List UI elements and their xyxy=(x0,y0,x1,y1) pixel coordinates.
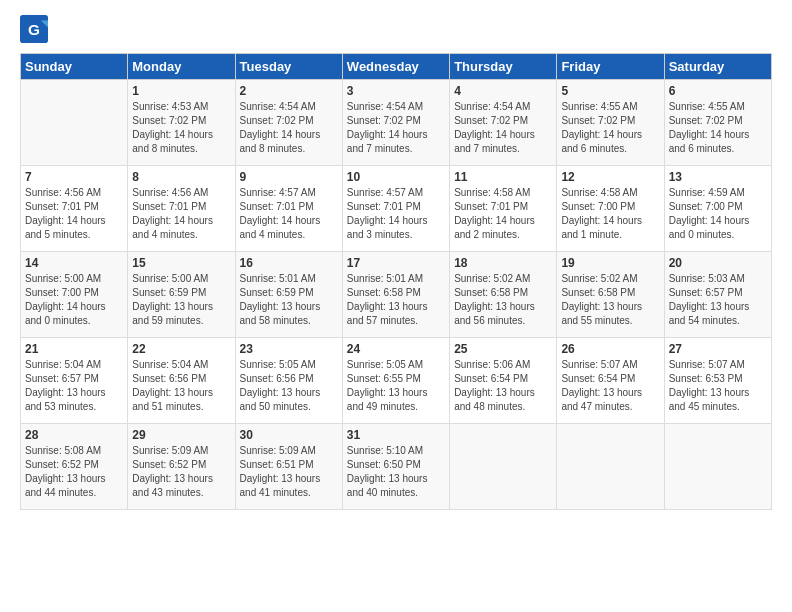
day-number: 6 xyxy=(669,84,767,98)
day-number: 26 xyxy=(561,342,659,356)
header: G xyxy=(20,15,772,43)
day-number: 18 xyxy=(454,256,552,270)
day-number: 15 xyxy=(132,256,230,270)
day-number: 2 xyxy=(240,84,338,98)
day-info: Sunrise: 5:01 AM Sunset: 6:59 PM Dayligh… xyxy=(240,272,338,328)
day-info: Sunrise: 5:05 AM Sunset: 6:56 PM Dayligh… xyxy=(240,358,338,414)
day-number: 9 xyxy=(240,170,338,184)
day-info: Sunrise: 5:05 AM Sunset: 6:55 PM Dayligh… xyxy=(347,358,445,414)
day-number: 17 xyxy=(347,256,445,270)
day-cell: 26Sunrise: 5:07 AM Sunset: 6:54 PM Dayli… xyxy=(557,338,664,424)
day-info: Sunrise: 4:57 AM Sunset: 7:01 PM Dayligh… xyxy=(240,186,338,242)
day-info: Sunrise: 4:58 AM Sunset: 7:01 PM Dayligh… xyxy=(454,186,552,242)
day-number: 28 xyxy=(25,428,123,442)
day-cell xyxy=(664,424,771,510)
day-cell: 8Sunrise: 4:56 AM Sunset: 7:01 PM Daylig… xyxy=(128,166,235,252)
day-cell xyxy=(450,424,557,510)
day-number: 19 xyxy=(561,256,659,270)
day-info: Sunrise: 5:06 AM Sunset: 6:54 PM Dayligh… xyxy=(454,358,552,414)
day-cell: 24Sunrise: 5:05 AM Sunset: 6:55 PM Dayli… xyxy=(342,338,449,424)
day-info: Sunrise: 5:04 AM Sunset: 6:56 PM Dayligh… xyxy=(132,358,230,414)
day-number: 30 xyxy=(240,428,338,442)
day-info: Sunrise: 4:55 AM Sunset: 7:02 PM Dayligh… xyxy=(669,100,767,156)
day-number: 27 xyxy=(669,342,767,356)
weekday-header-sunday: Sunday xyxy=(21,54,128,80)
day-cell: 16Sunrise: 5:01 AM Sunset: 6:59 PM Dayli… xyxy=(235,252,342,338)
day-info: Sunrise: 5:08 AM Sunset: 6:52 PM Dayligh… xyxy=(25,444,123,500)
week-row-2: 7Sunrise: 4:56 AM Sunset: 7:01 PM Daylig… xyxy=(21,166,772,252)
day-cell: 28Sunrise: 5:08 AM Sunset: 6:52 PM Dayli… xyxy=(21,424,128,510)
svg-text:G: G xyxy=(28,21,40,38)
weekday-header-thursday: Thursday xyxy=(450,54,557,80)
day-cell: 30Sunrise: 5:09 AM Sunset: 6:51 PM Dayli… xyxy=(235,424,342,510)
weekday-header-saturday: Saturday xyxy=(664,54,771,80)
day-info: Sunrise: 5:04 AM Sunset: 6:57 PM Dayligh… xyxy=(25,358,123,414)
day-info: Sunrise: 4:54 AM Sunset: 7:02 PM Dayligh… xyxy=(454,100,552,156)
weekday-header-friday: Friday xyxy=(557,54,664,80)
day-info: Sunrise: 5:01 AM Sunset: 6:58 PM Dayligh… xyxy=(347,272,445,328)
day-number: 10 xyxy=(347,170,445,184)
day-cell: 29Sunrise: 5:09 AM Sunset: 6:52 PM Dayli… xyxy=(128,424,235,510)
week-row-4: 21Sunrise: 5:04 AM Sunset: 6:57 PM Dayli… xyxy=(21,338,772,424)
day-cell: 4Sunrise: 4:54 AM Sunset: 7:02 PM Daylig… xyxy=(450,80,557,166)
day-info: Sunrise: 5:02 AM Sunset: 6:58 PM Dayligh… xyxy=(561,272,659,328)
day-info: Sunrise: 5:07 AM Sunset: 6:53 PM Dayligh… xyxy=(669,358,767,414)
day-cell: 25Sunrise: 5:06 AM Sunset: 6:54 PM Dayli… xyxy=(450,338,557,424)
day-info: Sunrise: 4:57 AM Sunset: 7:01 PM Dayligh… xyxy=(347,186,445,242)
day-info: Sunrise: 4:55 AM Sunset: 7:02 PM Dayligh… xyxy=(561,100,659,156)
day-number: 24 xyxy=(347,342,445,356)
day-info: Sunrise: 4:53 AM Sunset: 7:02 PM Dayligh… xyxy=(132,100,230,156)
day-cell: 18Sunrise: 5:02 AM Sunset: 6:58 PM Dayli… xyxy=(450,252,557,338)
day-number: 25 xyxy=(454,342,552,356)
weekday-header-row: SundayMondayTuesdayWednesdayThursdayFrid… xyxy=(21,54,772,80)
day-number: 21 xyxy=(25,342,123,356)
day-info: Sunrise: 5:10 AM Sunset: 6:50 PM Dayligh… xyxy=(347,444,445,500)
day-info: Sunrise: 5:00 AM Sunset: 6:59 PM Dayligh… xyxy=(132,272,230,328)
day-number: 16 xyxy=(240,256,338,270)
day-info: Sunrise: 5:00 AM Sunset: 7:00 PM Dayligh… xyxy=(25,272,123,328)
logo: G xyxy=(20,15,52,43)
day-cell: 1Sunrise: 4:53 AM Sunset: 7:02 PM Daylig… xyxy=(128,80,235,166)
day-info: Sunrise: 4:56 AM Sunset: 7:01 PM Dayligh… xyxy=(25,186,123,242)
day-number: 31 xyxy=(347,428,445,442)
day-cell: 21Sunrise: 5:04 AM Sunset: 6:57 PM Dayli… xyxy=(21,338,128,424)
day-cell: 31Sunrise: 5:10 AM Sunset: 6:50 PM Dayli… xyxy=(342,424,449,510)
day-cell: 23Sunrise: 5:05 AM Sunset: 6:56 PM Dayli… xyxy=(235,338,342,424)
day-number: 12 xyxy=(561,170,659,184)
day-info: Sunrise: 5:07 AM Sunset: 6:54 PM Dayligh… xyxy=(561,358,659,414)
day-info: Sunrise: 5:03 AM Sunset: 6:57 PM Dayligh… xyxy=(669,272,767,328)
day-number: 4 xyxy=(454,84,552,98)
day-number: 1 xyxy=(132,84,230,98)
day-number: 3 xyxy=(347,84,445,98)
day-cell: 15Sunrise: 5:00 AM Sunset: 6:59 PM Dayli… xyxy=(128,252,235,338)
day-info: Sunrise: 4:59 AM Sunset: 7:00 PM Dayligh… xyxy=(669,186,767,242)
day-number: 8 xyxy=(132,170,230,184)
logo-icon: G xyxy=(20,15,48,43)
day-cell: 13Sunrise: 4:59 AM Sunset: 7:00 PM Dayli… xyxy=(664,166,771,252)
day-info: Sunrise: 5:09 AM Sunset: 6:52 PM Dayligh… xyxy=(132,444,230,500)
weekday-header-tuesday: Tuesday xyxy=(235,54,342,80)
day-info: Sunrise: 5:09 AM Sunset: 6:51 PM Dayligh… xyxy=(240,444,338,500)
day-cell: 9Sunrise: 4:57 AM Sunset: 7:01 PM Daylig… xyxy=(235,166,342,252)
day-number: 29 xyxy=(132,428,230,442)
weekday-header-wednesday: Wednesday xyxy=(342,54,449,80)
day-cell: 22Sunrise: 5:04 AM Sunset: 6:56 PM Dayli… xyxy=(128,338,235,424)
day-cell: 2Sunrise: 4:54 AM Sunset: 7:02 PM Daylig… xyxy=(235,80,342,166)
calendar-table: SundayMondayTuesdayWednesdayThursdayFrid… xyxy=(20,53,772,510)
day-cell xyxy=(21,80,128,166)
day-number: 11 xyxy=(454,170,552,184)
day-cell: 20Sunrise: 5:03 AM Sunset: 6:57 PM Dayli… xyxy=(664,252,771,338)
week-row-3: 14Sunrise: 5:00 AM Sunset: 7:00 PM Dayli… xyxy=(21,252,772,338)
day-number: 20 xyxy=(669,256,767,270)
week-row-5: 28Sunrise: 5:08 AM Sunset: 6:52 PM Dayli… xyxy=(21,424,772,510)
weekday-header-monday: Monday xyxy=(128,54,235,80)
day-cell: 14Sunrise: 5:00 AM Sunset: 7:00 PM Dayli… xyxy=(21,252,128,338)
day-cell: 5Sunrise: 4:55 AM Sunset: 7:02 PM Daylig… xyxy=(557,80,664,166)
day-info: Sunrise: 4:54 AM Sunset: 7:02 PM Dayligh… xyxy=(347,100,445,156)
day-cell: 6Sunrise: 4:55 AM Sunset: 7:02 PM Daylig… xyxy=(664,80,771,166)
day-cell: 10Sunrise: 4:57 AM Sunset: 7:01 PM Dayli… xyxy=(342,166,449,252)
day-info: Sunrise: 4:56 AM Sunset: 7:01 PM Dayligh… xyxy=(132,186,230,242)
day-info: Sunrise: 4:54 AM Sunset: 7:02 PM Dayligh… xyxy=(240,100,338,156)
day-cell: 7Sunrise: 4:56 AM Sunset: 7:01 PM Daylig… xyxy=(21,166,128,252)
day-info: Sunrise: 5:02 AM Sunset: 6:58 PM Dayligh… xyxy=(454,272,552,328)
